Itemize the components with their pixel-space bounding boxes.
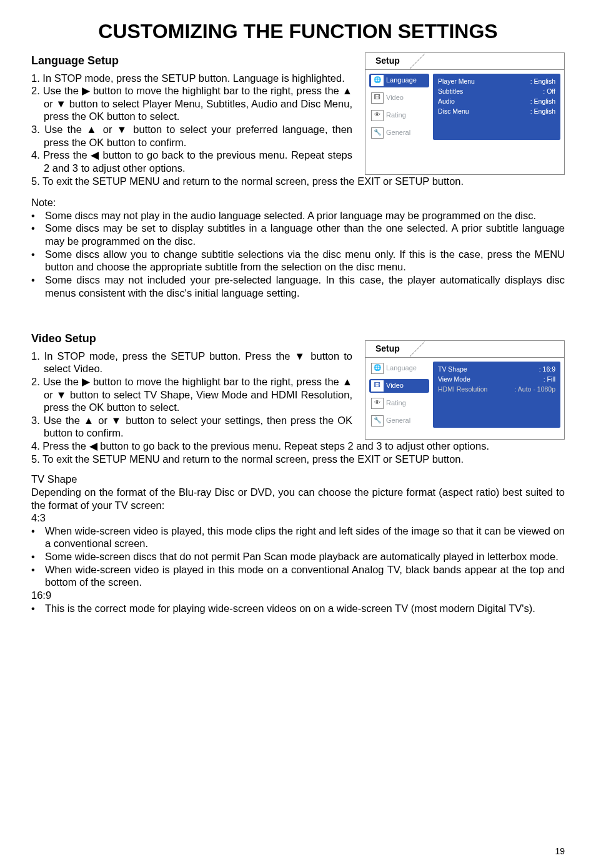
page-number: 19 (555, 846, 565, 857)
b43-3: When wide-screen video is played in this… (31, 563, 565, 589)
video-step-2: 2. Use the ▶ button to move the highligh… (31, 375, 352, 414)
svg-line-1 (410, 342, 425, 357)
eye-icon: 👁 (371, 398, 384, 409)
tvshape-intro: Depending on the format of the Blu-ray D… (31, 486, 565, 511)
lang-step-4: 4. Press the ◀ button to go back to the … (31, 149, 352, 174)
val-player-menu: : English (530, 77, 555, 86)
tab-rating: 👁 Rating (369, 109, 429, 122)
opt-tvshape: TV Shape (438, 365, 467, 373)
lang-step-2: 2. Use the ▶ button to move the highligh… (31, 84, 352, 123)
val-subtitles: : Off (543, 87, 555, 96)
eye-icon: 👁 (371, 110, 384, 121)
lang-note-3: Some discs allow you to change subtitle … (31, 248, 565, 274)
tab-general: 🔧 General (369, 126, 429, 140)
opt-disc-menu: Disc Menu (438, 107, 469, 116)
video-step-1: 1. In STOP mode, press the SETUP button.… (31, 350, 352, 375)
val-tvshape: : 16:9 (539, 365, 555, 373)
ratio-43: 4:3 (31, 511, 565, 525)
wrench-icon: 🔧 (371, 415, 384, 427)
setup-panel-language: Setup 🌐 Language 🎞 Video 👁 Rating 🔧 (365, 52, 565, 175)
language-options-pane: Player Menu: English Subtitles: Off Audi… (433, 74, 560, 140)
wrench-icon: 🔧 (371, 127, 384, 139)
b169-1: This is the correct mode for playing wid… (31, 602, 565, 615)
globe-icon: 🌐 (371, 75, 384, 86)
lang-note-1: Some discs may not play in the audio lan… (31, 209, 565, 222)
tab-general-label-2: General (386, 417, 410, 425)
opt-player-menu: Player Menu (438, 77, 475, 86)
lang-step-3: 3. Use the ▲ or ▼ button to select your … (31, 123, 352, 149)
b43-1: When wide-screen video is played, this m… (31, 525, 565, 550)
video-setup-heading: Video Setup (31, 332, 352, 346)
globe-icon: 🌐 (371, 363, 384, 374)
opt-viewmode: View Mode (438, 375, 470, 383)
film-icon: 🎞 (371, 92, 384, 104)
lang-note-4: Some discs may not included your pre-sel… (31, 274, 565, 299)
svg-line-0 (410, 54, 425, 69)
tab-rating-2: 👁 Rating (369, 397, 429, 410)
video-step-3: 3. Use the ▲ or ▼ button to select your … (31, 414, 352, 440)
tab-rating-label-2: Rating (386, 399, 406, 408)
tab-video-label: Video (386, 94, 404, 102)
b43-2: Some wide-screen discs that do not permi… (31, 550, 565, 563)
video-step-5: 5. To exit the SETUP MENU and return to … (31, 453, 565, 466)
val-disc-menu: : English (530, 107, 555, 116)
setup-panel-title: Setup (365, 53, 410, 69)
tab-language: 🌐 Language (369, 74, 429, 87)
tab-video-label-2: Video (386, 382, 404, 390)
setup-panel-video: Setup 🌐 Language 🎞 Video 👁 Rating 🔧 (365, 340, 565, 440)
val-hdmi: : Auto - 1080p (515, 385, 555, 393)
val-audio: : English (530, 97, 555, 106)
tab-language-2: 🌐 Language (369, 362, 429, 375)
opt-audio: Audio (438, 97, 455, 106)
tab-general-2: 🔧 General (369, 414, 429, 428)
language-setup-heading: Language Setup (31, 54, 352, 68)
lang-note-2: Some discs may be set to display subtitl… (31, 222, 565, 247)
video-options-pane: TV Shape: 16:9 View Mode: Fill HDMI Reso… (433, 362, 560, 428)
film-icon: 🎞 (371, 380, 384, 392)
tvshape-heading: TV Shape (31, 473, 565, 486)
val-viewmode: : Fill (544, 375, 555, 383)
ratio-169: 16:9 (31, 589, 565, 602)
note-heading: Note: (31, 196, 565, 209)
lang-step-5: 5. To exit the SETUP MENU and return to … (31, 175, 565, 188)
tab-video-2: 🎞 Video (369, 379, 429, 393)
tab-rating-label: Rating (386, 111, 406, 120)
page-title: CUSTOMIZING THE FUNCTION SETTINGS (31, 19, 565, 44)
video-step-4: 4. Press the ◀ button to go back to the … (31, 440, 565, 453)
tab-general-label: General (386, 129, 410, 137)
setup-panel-title-2: Setup (365, 341, 410, 357)
lang-step-1: 1. In STOP mode, press the SETUP button.… (31, 72, 352, 85)
tab-language-label-2: Language (386, 364, 417, 373)
opt-hdmi: HDMI Resolution (438, 385, 487, 393)
opt-subtitles: Subtitles (438, 87, 463, 96)
tab-language-label: Language (386, 76, 417, 85)
tab-video: 🎞 Video (369, 91, 429, 105)
